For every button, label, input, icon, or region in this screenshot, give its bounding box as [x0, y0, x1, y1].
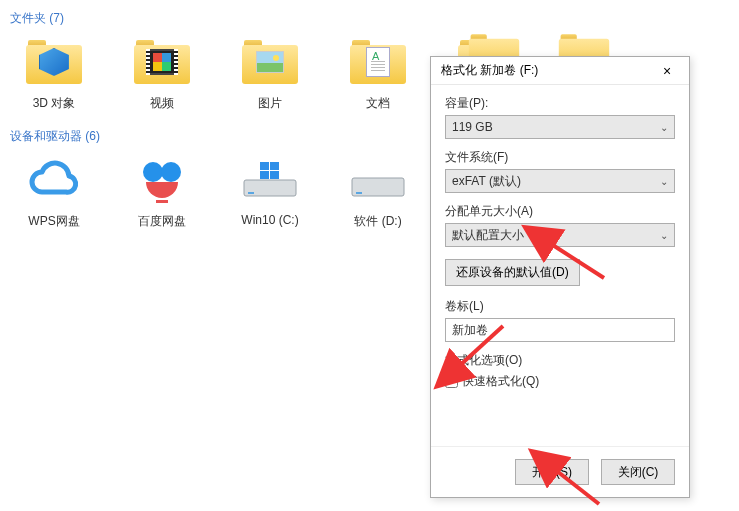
allocation-select[interactable]: 默认配置大小 ⌄	[445, 223, 675, 247]
folder-pictures[interactable]: 图片	[234, 35, 306, 112]
close-button[interactable]: 关闭(C)	[601, 459, 675, 485]
folder-label: 3D 对象	[33, 95, 76, 112]
options-label: 格式化选项(O)	[445, 352, 675, 369]
folder-label: 文档	[366, 95, 390, 112]
format-dialog: 格式化 新加卷 (F:) × 容量(P): 119 GB ⌄ 文件系统(F) e…	[430, 56, 690, 498]
folder-documents[interactable]: 文档	[342, 35, 414, 112]
folder-icon	[240, 35, 300, 89]
svg-rect-6	[270, 162, 279, 170]
dialog-title: 格式化 新加卷 (F:)	[441, 62, 649, 79]
folder-3d-objects[interactable]: 3D 对象	[18, 35, 90, 112]
folders-section-header: 文件夹 (7)	[10, 10, 729, 27]
folder-videos[interactable]: 视频	[126, 35, 198, 112]
svg-point-0	[143, 162, 163, 182]
svg-rect-4	[248, 192, 254, 194]
folder-icon	[348, 35, 408, 89]
baidu-icon	[132, 153, 192, 207]
restore-defaults-button[interactable]: 还原设备的默认值(D)	[445, 259, 580, 286]
device-drive-d[interactable]: 软件 (D:)	[342, 153, 414, 230]
filesystem-select[interactable]: exFAT (默认) ⌄	[445, 169, 675, 193]
folder-label: 视频	[150, 95, 174, 112]
chevron-down-icon: ⌄	[660, 230, 668, 241]
drive-icon	[240, 153, 300, 207]
filesystem-value: exFAT (默认)	[452, 173, 521, 190]
svg-rect-2	[156, 200, 168, 203]
filesystem-label: 文件系统(F)	[445, 149, 675, 166]
quick-format-label: 快速格式化(Q)	[462, 373, 539, 390]
cloud-icon	[24, 153, 84, 207]
device-label: Win10 (C:)	[241, 213, 298, 227]
folder-icon	[132, 35, 192, 89]
svg-point-1	[161, 162, 181, 182]
svg-rect-5	[260, 162, 269, 170]
chevron-down-icon: ⌄	[660, 176, 668, 187]
capacity-label: 容量(P):	[445, 95, 675, 112]
start-button[interactable]: 开始(S)	[515, 459, 589, 485]
device-label: 百度网盘	[138, 213, 186, 230]
volume-label: 卷标(L)	[445, 298, 675, 315]
volume-input[interactable]: 新加卷	[445, 318, 675, 342]
allocation-value: 默认配置大小	[452, 227, 524, 244]
device-wps[interactable]: WPS网盘	[18, 153, 90, 230]
chevron-down-icon: ⌄	[660, 122, 668, 133]
allocation-label: 分配单元大小(A)	[445, 203, 675, 220]
device-drive-c[interactable]: Win10 (C:)	[234, 153, 306, 230]
device-baidu[interactable]: 百度网盘	[126, 153, 198, 230]
svg-rect-7	[260, 171, 269, 179]
close-icon[interactable]: ×	[649, 63, 685, 79]
svg-rect-8	[270, 171, 279, 179]
capacity-select[interactable]: 119 GB ⌄	[445, 115, 675, 139]
folder-icon	[24, 35, 84, 89]
device-label: 软件 (D:)	[354, 213, 401, 230]
capacity-value: 119 GB	[452, 120, 493, 134]
quick-format-checkbox[interactable]	[445, 375, 458, 388]
drive-icon	[348, 153, 408, 207]
volume-value: 新加卷	[452, 322, 488, 339]
device-label: WPS网盘	[28, 213, 79, 230]
folder-label: 图片	[258, 95, 282, 112]
svg-rect-10	[356, 192, 362, 194]
